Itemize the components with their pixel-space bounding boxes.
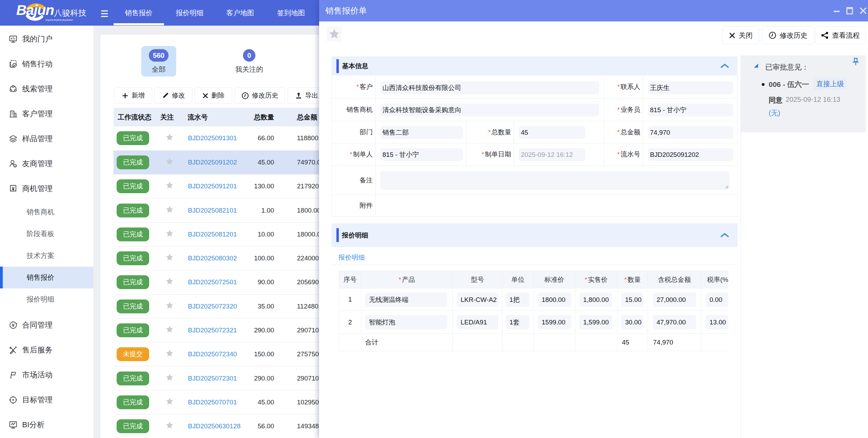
svg-text:vs: vs [14,165,16,167]
